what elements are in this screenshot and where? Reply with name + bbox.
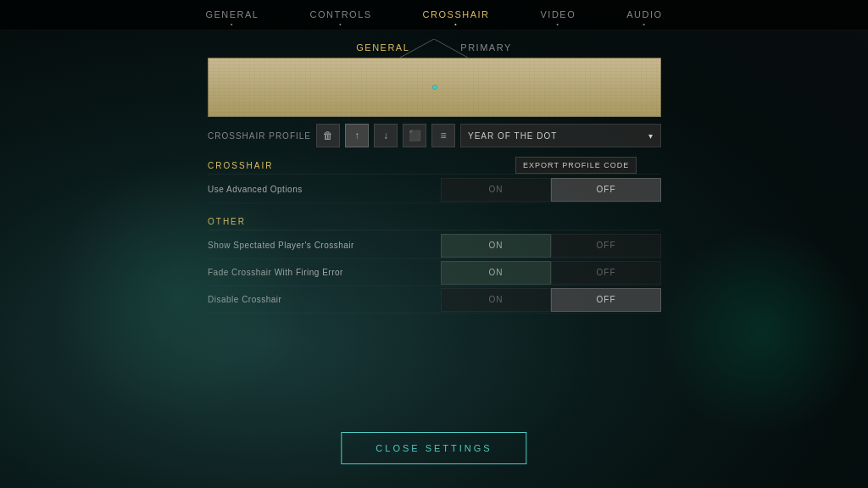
delete-profile-button[interactable]: 🗑: [316, 124, 340, 147]
use-advanced-options-label: Use Advanced Options: [208, 185, 441, 194]
other-section-header: OTHER: [208, 210, 661, 230]
close-button-container: CLOSE SETTINGS: [341, 432, 526, 464]
show-spectated-crosshair-on[interactable]: On: [441, 234, 551, 258]
disable-crosshair-on[interactable]: On: [441, 288, 551, 312]
import-profile-button[interactable]: ↑: [345, 124, 369, 147]
close-settings-button[interactable]: CLOSE SETTINGS: [341, 432, 526, 464]
copy-icon: ⬛: [409, 130, 421, 141]
more-options-button[interactable]: ≡: [431, 124, 455, 147]
subnav-general[interactable]: GENERAL: [331, 42, 435, 58]
use-advanced-options-toggle: On Off: [441, 178, 661, 202]
menu-icon: ≡: [441, 130, 447, 141]
profile-select-value: YEAR OF THE DOT: [468, 131, 557, 141]
nav-item-general[interactable]: GENERAL: [205, 9, 259, 21]
sub-nav: GENERAL PRIMARY: [0, 30, 868, 58]
chevron-down-icon: ▾: [648, 131, 654, 141]
disable-crosshair-off[interactable]: Off: [551, 288, 661, 312]
nav-item-controls[interactable]: CONTROLS: [309, 9, 371, 21]
profile-select-dropdown[interactable]: YEAR OF THE DOT ▾: [460, 124, 661, 147]
show-spectated-crosshair-label: Show Spectated Player's Crosshair: [208, 241, 441, 250]
crosshair-preview: [208, 58, 661, 117]
crosshair-dot: [432, 85, 437, 90]
duplicate-profile-button[interactable]: ⬛: [403, 124, 426, 147]
show-spectated-crosshair-row: Show Spectated Player's Crosshair On Off: [208, 232, 661, 259]
fade-crosshair-off[interactable]: Off: [551, 261, 661, 285]
upload-icon: ↑: [354, 130, 359, 141]
use-advanced-options-row: Use Advanced Options On Off: [208, 176, 661, 203]
top-nav: GENERAL CONTROLS CROSSHAIR VIDEO AUDIO: [0, 0, 868, 30]
use-advanced-options-off[interactable]: Off: [551, 178, 661, 202]
use-advanced-options-on[interactable]: On: [441, 178, 551, 202]
profile-controls: Crosshair Profile 🗑 ↑ ↓ EXPORT PROFILE C…: [208, 117, 661, 154]
fade-crosshair-on[interactable]: On: [441, 261, 551, 285]
disable-crosshair-row: Disable Crosshair On Off: [208, 286, 661, 313]
nav-item-video[interactable]: VIDEO: [541, 9, 576, 21]
main-content: Crosshair Profile 🗑 ↑ ↓ EXPORT PROFILE C…: [0, 58, 868, 313]
profile-label: Crosshair Profile: [208, 131, 311, 141]
export-profile-button[interactable]: ↓ EXPORT PROFILE CODE: [374, 124, 398, 147]
disable-crosshair-toggle: On Off: [441, 288, 661, 312]
show-spectated-crosshair-off[interactable]: Off: [551, 234, 661, 258]
nav-item-crosshair[interactable]: CROSSHAIR: [423, 9, 490, 21]
export-tooltip: EXPORT PROFILE CODE: [515, 157, 637, 174]
delete-icon: 🗑: [323, 130, 333, 141]
nav-item-audio[interactable]: AUDIO: [626, 9, 662, 21]
settings-container: CROSSHAIR Use Advanced Options On Off OT…: [208, 154, 661, 313]
subnav-primary[interactable]: PRIMARY: [435, 42, 537, 58]
download-icon: ↓: [383, 130, 388, 141]
fade-crosshair-row: Fade Crosshair With Firing Error On Off: [208, 259, 661, 286]
show-spectated-crosshair-toggle: On Off: [441, 234, 661, 258]
fade-crosshair-toggle: On Off: [441, 261, 661, 285]
fade-crosshair-label: Fade Crosshair With Firing Error: [208, 268, 441, 277]
disable-crosshair-label: Disable Crosshair: [208, 295, 441, 304]
